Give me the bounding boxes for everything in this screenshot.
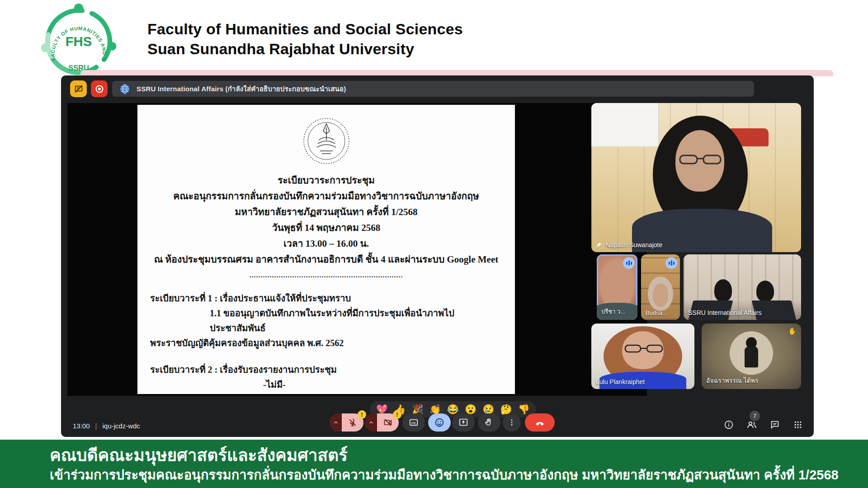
smiley-icon: [434, 418, 444, 427]
chevron-up-icon: [333, 419, 339, 426]
info-button[interactable]: [723, 419, 735, 431]
glasses: [678, 154, 722, 164]
university-crest: [302, 112, 351, 170]
camera-off-button[interactable]: !: [377, 413, 399, 432]
camera-button-group: !: [365, 413, 399, 432]
globe-icon: [119, 84, 130, 94]
doc-heading-4: วันพุธที่ 14 พฤษภาคม 2568: [137, 220, 515, 236]
video-tile-bottom-2[interactable]: ✋ อัจฉราพรรณ ได้พร: [702, 324, 801, 389]
participant-avatar: [730, 331, 773, 375]
presentation-title: SSRU International Affairs (กำลังใส่คำอธ…: [137, 84, 346, 94]
audio-activity-indicator: [623, 257, 635, 269]
info-icon: [724, 420, 734, 430]
presentation-off-button[interactable]: [70, 80, 87, 97]
caption-banner: คณบดีคณะมนุษยศาสตร์และสังคมศาสตร์ เข้าร่…: [0, 440, 868, 488]
agenda-item-2: ระเบียบวาระที่ 2 : เรื่องรับรองรายงานการ…: [150, 362, 502, 377]
logo-dot-left: [41, 43, 50, 52]
cabinet: [591, 103, 659, 146]
activities-button[interactable]: [792, 419, 804, 431]
raise-hand-icon: [484, 418, 494, 427]
presentation-off-icon: [74, 84, 84, 94]
page: FACULTY OF HUMANITIES AND SOCIAL SCIENCE…: [0, 0, 868, 488]
pin-icon: [596, 242, 602, 248]
doc-heading-3: มหาวิทยาลัยราชภัฏสวนสุนันทา ครั้งที่ 1/2…: [137, 204, 515, 220]
raise-hand-button[interactable]: [478, 413, 500, 432]
audio-activity-indicator: [665, 257, 677, 269]
logo-abbr: FHS: [66, 34, 92, 49]
banner-line2: เข้าร่วมการประชุมคณะอนุกรรมการกลั่นกรองบ…: [50, 466, 868, 484]
page-title: Faculty of Humanities and Social Science…: [147, 19, 463, 59]
chat-icon: [770, 420, 780, 430]
mic-button-group: !: [330, 413, 363, 432]
captions-icon: CC: [409, 418, 419, 427]
tile-name: SSRU International Affairs: [688, 309, 761, 316]
video-tile-main[interactable]: Napasri Suwanajote: [591, 103, 801, 252]
mic-warning-badge: !: [358, 410, 366, 419]
end-call-button[interactable]: [525, 413, 555, 432]
people-button[interactable]: 7: [746, 419, 758, 431]
meeting-info: 13:00 | iqu-jcdz-wdc: [73, 422, 140, 430]
tile-name: Lulu Plankraiphet: [596, 378, 645, 385]
mic-off-button[interactable]: !: [342, 413, 363, 432]
video-tile-small-2[interactable]: Budsa...: [641, 254, 680, 320]
meet-right-controls: 7: [723, 419, 804, 431]
raised-hand-indicator: ✋: [788, 327, 797, 335]
fhs-logo: FACULTY OF HUMANITIES AND SOCIAL SCIENCE…: [40, 3, 118, 80]
chat-button[interactable]: [769, 419, 781, 431]
banner-line1: คณบดีคณะมนุษยศาสตร์และสังคมศาสตร์: [50, 445, 868, 466]
person-hair: [714, 279, 732, 301]
clock-time: 13:00: [73, 422, 90, 430]
page-title-line1: Faculty of Humanities and Social Science…: [147, 19, 463, 39]
presentation-status-chip: SSRU International Affairs (กำลังใส่คำอธ…: [112, 81, 754, 97]
end-call-icon: [534, 417, 545, 428]
tile-name: อัจฉราพรรณ ได้พร: [706, 375, 759, 385]
mic-off-icon: [348, 418, 357, 427]
chevron-up-icon: [368, 419, 374, 426]
shared-document: ระเบียบวาระการประชุม คณะอนุกรรมการกลั่นก…: [137, 105, 515, 394]
glasses: [624, 344, 663, 353]
camera-options-button[interactable]: [365, 413, 377, 432]
agenda-item-2-none: -ไม่มี-: [263, 377, 502, 392]
avatar-body: [745, 347, 759, 367]
reactions-button[interactable]: [428, 413, 451, 432]
present-button[interactable]: [452, 413, 475, 432]
person-hair: [756, 281, 774, 301]
svg-text:CC: CC: [411, 421, 416, 425]
doc-heading-2: คณะอนุกรรมการกลั่นกรองบันทึกความร่วมมือท…: [137, 188, 515, 204]
more-options-button[interactable]: [503, 413, 521, 432]
mic-options-button[interactable]: [330, 413, 342, 432]
present-screen-icon: [458, 418, 468, 427]
more-vertical-icon: [508, 418, 516, 427]
captions-button[interactable]: CC: [402, 413, 425, 432]
meeting-code: iqu-jcdz-wdc: [102, 422, 140, 430]
record-button[interactable]: [91, 80, 108, 97]
video-tile-small-3[interactable]: SSRU International Affairs: [684, 254, 801, 320]
tile-name: Budsa...: [646, 310, 667, 316]
camera-warning-badge: !: [393, 410, 401, 419]
video-tile-small-1[interactable]: ปรีชา ว...: [597, 254, 637, 320]
grid-icon: [793, 420, 803, 430]
tile-name: ปรีชา ว...: [601, 307, 625, 316]
page-title-line2: Suan Sunandha Rajabhat University: [147, 39, 463, 59]
agenda-item-1: ระเบียบวาระที่ 1 : เรื่องประธานแจ้งให้ที…: [150, 291, 502, 306]
person-face: [653, 283, 668, 307]
doc-heading-6: ณ ห้องประชุมบรรณศรม อาคารสำนักงานอธิการบ…: [137, 252, 515, 267]
camera-off-icon: [383, 418, 392, 427]
logo-dot-top: [74, 4, 84, 13]
record-icon: [94, 84, 104, 94]
logo-dot-right: [108, 42, 117, 51]
doc-divider: ........................................…: [137, 271, 515, 279]
doc-heading-1: ระเบียบวาระการประชุม: [137, 173, 515, 188]
tile-name-main: Napasri Suwanajote: [596, 241, 662, 249]
agenda-item-1-1: 1.1 ขออนุญาตบันทึกภาพในระหว่างที่มีการปร…: [210, 306, 502, 336]
video-tile-bottom-1[interactable]: Lulu Plankraiphet: [591, 324, 694, 389]
doc-heading-5: เวลา 13.00 – 16.00 น.: [137, 236, 515, 252]
participant-count-badge: 7: [750, 411, 760, 421]
agenda-item-1-1b: พระราชบัญญัติคุ้มครองข้อมูลส่วนบุคคล พ.ศ…: [150, 336, 502, 351]
shared-screen-stage: ระเบียบวาระการประชุม คณะอนุกรรมการกลั่นก…: [67, 103, 647, 396]
doc-agenda: ระเบียบวาระที่ 1 : เรื่องประธานแจ้งให้ที…: [137, 291, 515, 394]
google-meet-window: SSRU International Affairs (กำลังใส่คำอธ…: [61, 75, 814, 437]
